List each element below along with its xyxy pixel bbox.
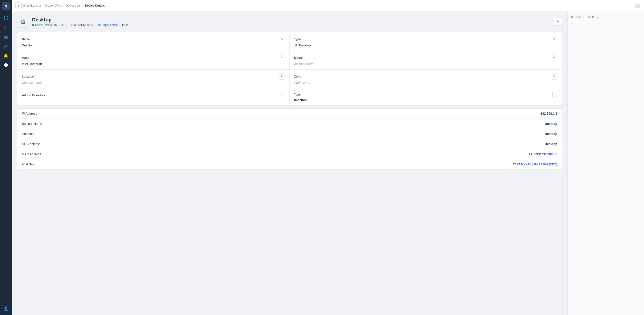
info-row-bonjour: Bonjour Name Desktop: [17, 119, 562, 129]
site-link[interactable]: @Draper Office: [98, 23, 118, 26]
breadcrumb: Sites Explorer / Draper Office / Devices…: [23, 4, 105, 7]
meta-sep-1: |: [65, 23, 66, 26]
make-value: Intel Corporate: [22, 62, 285, 66]
book-icon: 📖: [635, 3, 640, 8]
breadcrumb-draper[interactable]: Draper Office: [45, 4, 62, 7]
topbar: ‹ Sites Explorer / Draper Office / Devic…: [12, 0, 644, 11]
online-dot: [32, 24, 34, 26]
zone-label: Zone ✎: [294, 73, 557, 80]
location-label: Location ✎: [22, 73, 285, 80]
status-label: online: [35, 23, 43, 26]
sidebar-item-modules[interactable]: ⬡: [2, 24, 10, 32]
sidebar-item-dashboard[interactable]: ▦: [2, 33, 10, 41]
info-table: IP Address 192.168.1.1 Bonjour Name Desk…: [17, 108, 562, 170]
info-row-first-seen: First Seen 2023 May 08 - 04:24 PM (EDT): [17, 159, 562, 169]
favorites-label: Add to Favorites ☆: [22, 92, 285, 98]
ip-value: 192.168.1.1: [540, 112, 557, 115]
ip-label: IP Address: [22, 112, 37, 115]
edit-name-button[interactable]: ✎: [278, 36, 285, 42]
bonjour-label: Bonjour Name: [22, 122, 42, 126]
location-value: Choose a room: [22, 81, 285, 84]
type-label: Type ✎: [294, 36, 557, 42]
meta-sep-3: |: [120, 23, 120, 26]
sidebar-item-user[interactable]: 👤: [2, 305, 10, 313]
favorites-star-button[interactable]: ☆: [278, 92, 285, 98]
edit-zone-button[interactable]: ✎: [551, 73, 557, 80]
info-row-ip: IP Address 192.168.1.1: [17, 108, 562, 119]
breadcrumb-sep-2: /: [64, 4, 64, 7]
name-label: Name ✎: [22, 36, 285, 42]
tags-checkbox[interactable]: [552, 92, 557, 97]
type-value: 🖥 Desktop: [294, 44, 557, 47]
hostname-label: Hostname: [22, 132, 36, 136]
favorites-tags-row: Add to Favorites ☆ Tags Important: [17, 88, 562, 106]
sidebar-item-globe[interactable]: 🌐: [2, 14, 10, 22]
status-badge: online: [32, 23, 43, 26]
meta-sep-2: |: [95, 23, 96, 26]
edit-make-button[interactable]: ✎: [278, 54, 285, 61]
main-area: ‹ Sites Explorer / Draper Office / Devic…: [12, 0, 644, 315]
notes-panel: [567, 11, 644, 315]
device-ip: @192.168.1.1: [45, 23, 63, 26]
type-cell: Type ✎ 🖥 Desktop: [290, 32, 562, 51]
content-area: 🖥 Desktop online @192.168.1.1 | EC:63:D7…: [12, 11, 644, 315]
model-cell: Model ✎ Insert a Model: [290, 51, 562, 70]
edit-device-button[interactable]: ✎: [554, 18, 562, 26]
sidebar-item-bell[interactable]: 🔔: [2, 52, 10, 60]
first-seen-label: First Seen: [22, 162, 36, 166]
tags-cell: Tags Important: [290, 88, 562, 106]
edit-location-button[interactable]: ✎: [278, 73, 285, 80]
dhcp-label: DHCP Name: [22, 142, 40, 146]
type-icon: 🖥: [294, 44, 297, 47]
breadcrumb-devices[interactable]: Devices List: [66, 4, 81, 7]
breadcrumb-sep-3: /: [83, 4, 84, 7]
device-name: Desktop: [32, 17, 551, 23]
sidebar: d 🌐 ⬡ ▦ ◎ 🔔 💬 👤: [0, 0, 12, 315]
info-row-hostname: Hostname Desktop: [17, 129, 562, 139]
tags-value: Important: [294, 98, 557, 102]
tags-label: Tags: [294, 92, 557, 97]
breadcrumb-current: Device Details: [85, 4, 105, 7]
zone-value: Add a zone: [294, 81, 557, 84]
location-zone-row: Location ✎ Choose a room Zone ✎ Add a zo…: [17, 70, 562, 88]
device-make-label: Intel: [122, 23, 128, 26]
bonjour-value: Desktop: [545, 122, 557, 126]
breadcrumb-sep-1: /: [42, 4, 44, 7]
sidebar-logo[interactable]: d: [2, 2, 10, 10]
first-seen-value: 2023 May 08 - 04:24 PM (EDT): [513, 162, 557, 166]
device-icon: 🖥: [17, 16, 29, 28]
model-value: Insert a Model: [294, 62, 557, 66]
name-type-card: Name ✎ Desktop Type ✎ 🖥 Desktop: [17, 32, 562, 106]
mac-value: EC:63:D7:D5:00:00: [529, 152, 557, 156]
favorites-cell: Add to Favorites ☆: [17, 88, 290, 106]
device-meta: online @192.168.1.1 | EC:63:D7:D5:00:00 …: [32, 23, 551, 26]
device-info: Desktop online @192.168.1.1 | EC:63:D7:D…: [32, 17, 551, 26]
breadcrumb-sites[interactable]: Sites Explorer: [23, 4, 41, 7]
make-label: Make ✎: [22, 54, 285, 61]
mac-label: MAC Address: [22, 152, 41, 156]
sidebar-item-chat[interactable]: 💬: [2, 61, 10, 70]
info-row-mac: MAC Address EC:63:D7:D5:00:00: [17, 149, 562, 159]
name-value: Desktop: [22, 44, 285, 47]
notes-input[interactable]: [571, 15, 640, 22]
info-row-dhcp: DHCP Name Desktop: [17, 139, 562, 149]
edit-type-button[interactable]: ✎: [551, 36, 557, 42]
back-button[interactable]: ‹: [15, 2, 22, 9]
make-cell: Make ✎ Intel Corporate: [17, 51, 290, 70]
dhcp-value: Desktop: [545, 142, 557, 146]
sidebar-item-target[interactable]: ◎: [2, 42, 10, 50]
name-cell: Name ✎ Desktop: [17, 32, 290, 51]
model-label: Model ✎: [294, 54, 557, 61]
name-type-row: Name ✎ Desktop Type ✎ 🖥 Desktop: [17, 32, 562, 51]
edit-model-button[interactable]: ✎: [551, 54, 557, 61]
device-header: 🖥 Desktop online @192.168.1.1 | EC:63:D7…: [17, 16, 562, 28]
device-mac: EC:63:D7:D5:00:00: [68, 23, 93, 26]
location-cell: Location ✎ Choose a room: [17, 70, 290, 88]
zone-cell: Zone ✎ Add a zone: [290, 70, 562, 88]
hostname-value: Desktop: [545, 132, 557, 136]
make-model-row: Make ✎ Intel Corporate Model ✎ Insert a …: [17, 51, 562, 70]
detail-panel: 🖥 Desktop online @192.168.1.1 | EC:63:D7…: [12, 11, 567, 315]
